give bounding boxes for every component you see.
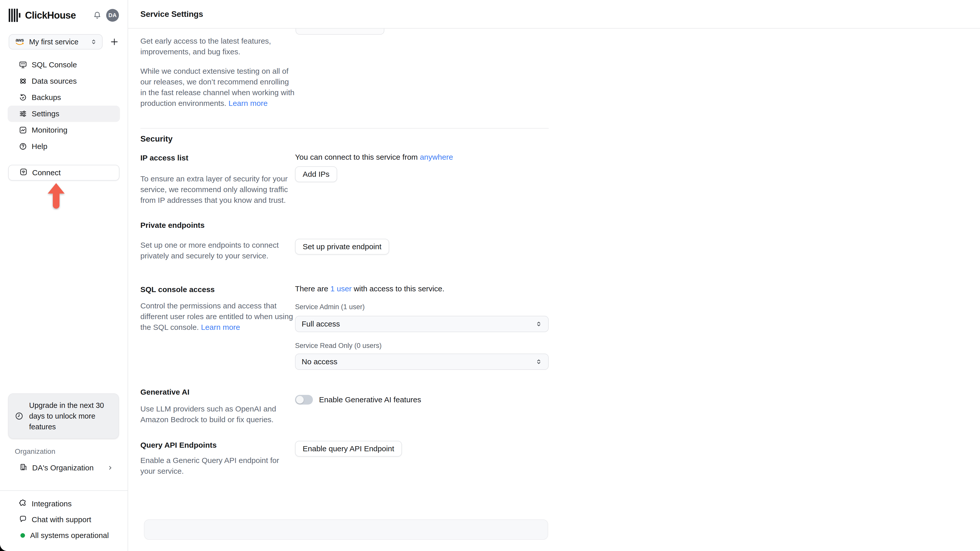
sidebar-header: ClickHouse DA [0, 0, 127, 22]
service-admin-field-label: Service Admin (1 user) [295, 303, 549, 312]
service-admin-select[interactable]: Full access [295, 316, 549, 332]
sidebar-item-label: Backups [32, 93, 61, 102]
learn-more-link[interactable]: Learn more [201, 323, 240, 331]
system-status-label: All systems operational [30, 531, 109, 540]
notifications-bell-icon[interactable] [93, 11, 102, 20]
chevron-up-down-icon [90, 38, 97, 45]
users-line-suffix: with access to this service. [354, 284, 444, 293]
clock-icon [15, 412, 24, 421]
puzzle-icon [19, 499, 27, 509]
one-user-link[interactable]: 1 user [330, 284, 352, 293]
main-header: Service Settings [128, 0, 980, 29]
sidebar-item-chat-support[interactable]: Chat with support [8, 512, 120, 527]
organization-section-label: Organization [15, 448, 119, 456]
sidebar-item-label: Data sources [32, 77, 77, 86]
generative-ai-label: Generative AI [140, 388, 295, 397]
chevron-right-icon [107, 465, 113, 471]
enable-query-api-button[interactable]: Enable query API Endpoint [295, 441, 402, 457]
sidebar-item-label: Help [32, 142, 48, 151]
sidebar-item-backups[interactable]: Backups [8, 89, 120, 106]
service-readonly-field-label: Service Read Only (0 users) [295, 342, 549, 351]
generative-ai-description: Use LLM providers such as OpenAI and Ama… [140, 403, 294, 425]
private-endpoints-left-col: Private endpoints Set up one or more end… [140, 221, 295, 261]
sidebar-item-monitoring[interactable]: Monitoring [8, 122, 120, 138]
sidebar-item-label: Monitoring [32, 126, 67, 135]
organization-name: DA's Organization [32, 464, 94, 472]
data-sources-icon [19, 77, 27, 85]
add-ips-button[interactable]: Add IPs [295, 166, 337, 182]
sidebar-item-sql-console[interactable]: SQL Console [8, 57, 120, 73]
upgrade-notice-card[interactable]: Upgrade in the next 30 days to unlock mo… [8, 393, 119, 439]
app-wordmark: ClickHouse [25, 10, 76, 21]
service-selector-label: My first service [29, 38, 78, 46]
system-status-item[interactable]: All systems operational [8, 527, 120, 543]
sidebar-item-data-sources[interactable]: Data sources [8, 73, 120, 89]
chat-bubble-icon [19, 515, 27, 525]
private-endpoints-label: Private endpoints [140, 221, 295, 230]
sidebar-item-settings[interactable]: Settings [8, 106, 120, 122]
private-endpoints-row: Private endpoints Set up one or more end… [140, 221, 549, 261]
sql-console-access-description: Control the permissions and access that … [140, 300, 294, 333]
connect-wifi-icon [19, 168, 27, 178]
section-divider [140, 128, 549, 129]
main-panel: Service Settings Get early access to the… [128, 0, 980, 551]
sql-console-icon [19, 61, 27, 69]
ip-access-description: To ensure an extra layer of security for… [140, 173, 294, 206]
query-api-description: Enable a Generic Query API endpoint for … [140, 455, 294, 476]
upgrade-notice-text: Upgrade in the next 30 days to unlock mo… [29, 400, 108, 432]
private-endpoints-right-col: Set up private endpoint [295, 221, 549, 261]
sidebar-item-label: SQL Console [32, 60, 77, 69]
annotation-arrow-icon [45, 183, 67, 210]
users-line-prefix: There are [295, 284, 328, 293]
chevron-up-down-icon [535, 358, 542, 365]
toggle-knob [296, 396, 304, 403]
organization-item[interactable]: DA's Organization [8, 460, 119, 476]
sql-console-access-left-col: SQL console access Control the permissio… [140, 285, 295, 370]
ip-access-status-text: You can connect to this service from [295, 153, 418, 161]
page-title: Service Settings [140, 10, 203, 19]
avatar[interactable]: DA [106, 9, 119, 22]
ip-access-status-line: You can connect to this service from any… [295, 152, 549, 162]
aws-provider-icon: aws [15, 38, 24, 45]
service-readonly-select[interactable]: No access [295, 354, 549, 370]
release-channel-description-1: Get early access to the latest features,… [140, 36, 294, 57]
private-endpoints-description: Set up one or more endpoints to connect … [140, 240, 294, 261]
sidebar-footer: Integrations Chat with support All syste… [0, 490, 127, 551]
service-selector-row: aws My first service [9, 34, 119, 49]
generative-ai-toggle[interactable] [295, 395, 313, 405]
connect-button[interactable]: Connect [8, 165, 119, 181]
monitoring-chart-icon [19, 126, 27, 134]
sidebar-nav: SQL Console Data sources [8, 57, 120, 155]
building-icon [19, 463, 27, 473]
next-section-card-cutoff [144, 519, 548, 540]
generative-ai-toggle-line: Enable Generative AI features [295, 395, 549, 405]
settings-sliders-icon [19, 110, 27, 118]
query-api-left-col: Query API Endpoints Enable a Generic Que… [140, 441, 295, 476]
sql-console-access-row: SQL console access Control the permissio… [140, 285, 549, 370]
generative-ai-left-col: Generative AI Use LLM providers such as … [140, 388, 295, 425]
release-channel-select-cutoff[interactable] [296, 29, 384, 35]
settings-content: Get early access to the latest features,… [128, 29, 549, 540]
footer-item-label: Integrations [32, 499, 72, 508]
anywhere-link[interactable]: anywhere [420, 153, 453, 161]
sidebar: ClickHouse DA aws My first service [0, 0, 128, 551]
app-window: ClickHouse DA aws My first service [0, 0, 980, 551]
clickhouse-logo-icon [9, 9, 21, 22]
sidebar-item-help[interactable]: Help [8, 138, 120, 155]
service-admin-select-value: Full access [302, 320, 340, 328]
sidebar-item-integrations[interactable]: Integrations [8, 496, 120, 512]
connect-button-label: Connect [32, 168, 61, 177]
add-service-button[interactable] [110, 38, 119, 46]
backups-history-icon [19, 94, 27, 102]
setup-private-endpoint-button[interactable]: Set up private endpoint [295, 239, 389, 254]
sql-console-access-right-col: There are 1 user with access to this ser… [295, 285, 549, 370]
footer-item-label: Chat with support [32, 515, 91, 524]
generative-ai-right-col: Enable Generative AI features [295, 388, 549, 425]
generative-ai-toggle-label: Enable Generative AI features [319, 395, 421, 404]
service-selector[interactable]: aws My first service [9, 34, 103, 49]
query-api-right-col: Enable query API Endpoint [295, 441, 549, 476]
query-api-endpoints-label: Query API Endpoints [140, 441, 295, 450]
sql-console-access-label: SQL console access [140, 285, 295, 294]
security-heading: Security [140, 134, 549, 143]
learn-more-link[interactable]: Learn more [228, 99, 267, 107]
